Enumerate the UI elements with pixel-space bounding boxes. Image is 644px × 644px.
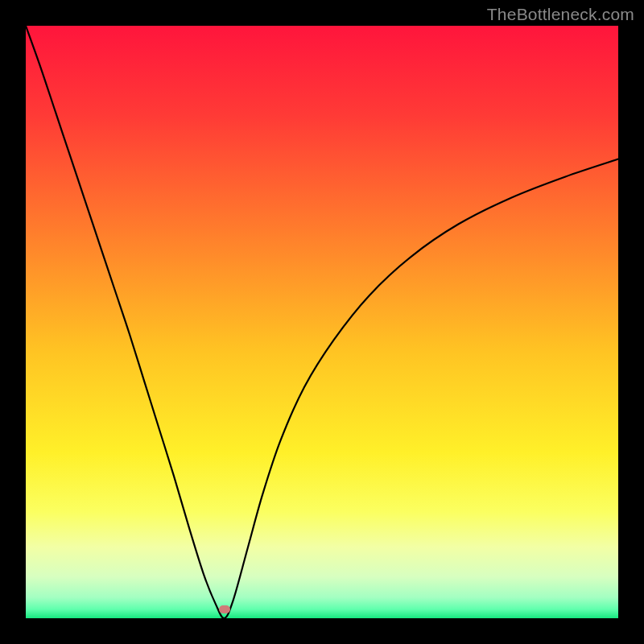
plot-area bbox=[26, 26, 618, 618]
watermark-text: TheBottleneck.com bbox=[487, 5, 634, 24]
chart-frame: TheBottleneck.com bbox=[0, 0, 644, 644]
bottleneck-curve bbox=[26, 26, 618, 618]
optimal-point-marker bbox=[219, 605, 230, 613]
